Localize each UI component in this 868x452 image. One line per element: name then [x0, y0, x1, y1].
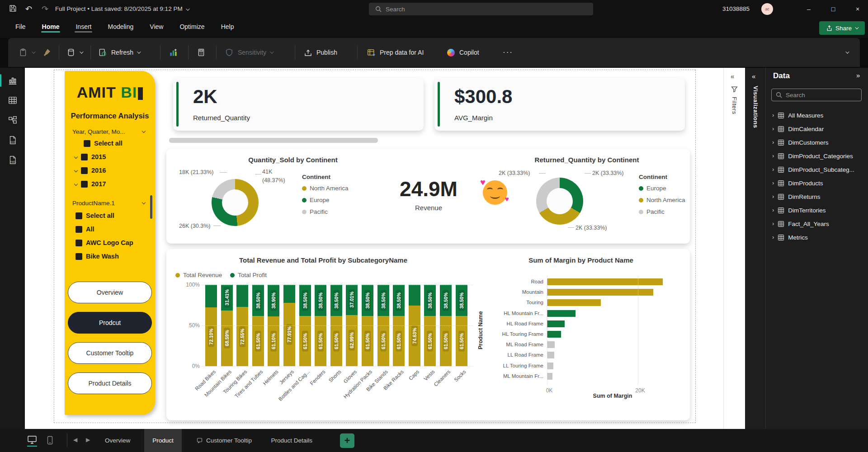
- profit-segment[interactable]: [283, 285, 295, 303]
- expand-caret-icon[interactable]: [74, 169, 78, 172]
- page-tab-product-details[interactable]: Product Details: [263, 429, 321, 452]
- product-slicer-item[interactable]: Bike Wash: [75, 253, 119, 260]
- revenue-segment[interactable]: 61.50%: [330, 316, 342, 366]
- hbar-ll-road-frame[interactable]: [547, 352, 554, 358]
- menu-item-view[interactable]: View: [149, 18, 164, 35]
- legend-item[interactable]: Pacific: [302, 208, 349, 215]
- revenue-segment[interactable]: 61.10%: [268, 316, 279, 366]
- profit-segment[interactable]: 38.50%: [330, 285, 342, 316]
- share-button[interactable]: Share: [819, 21, 865, 35]
- data-table-dimcalendar[interactable]: ›DimCalendar: [772, 126, 824, 132]
- expand-chevron-icon[interactable]: ›: [772, 207, 774, 213]
- expand-chevron-icon[interactable]: ›: [772, 234, 774, 240]
- data-table-dimproduct-subcateg-[interactable]: ›DimProduct_Subcateg...: [772, 166, 854, 173]
- avatar[interactable]: ac: [761, 3, 773, 15]
- report-view-button[interactable]: [0, 71, 25, 89]
- nav-button-prodcut[interactable]: Prodcut: [68, 312, 152, 334]
- visualizations-pane-label[interactable]: Visualizations: [752, 86, 759, 128]
- filters-pane-label[interactable]: Filters: [731, 97, 738, 114]
- revenue-segment[interactable]: 61.50%: [424, 316, 436, 366]
- undo-icon[interactable]: ↶: [25, 5, 32, 14]
- revenue-segment[interactable]: 61.50%: [315, 316, 326, 366]
- product-slicer-scrollbar[interactable]: [150, 195, 152, 219]
- expand-filters-icon[interactable]: «: [731, 72, 734, 80]
- quick-measure-button[interactable]: [196, 38, 206, 67]
- legend-item[interactable]: Europe: [302, 197, 349, 203]
- checkbox-checked[interactable]: [75, 212, 82, 219]
- minimize-button[interactable]: –: [798, 0, 819, 18]
- legend-item[interactable]: Total Revenue: [175, 272, 222, 278]
- continent-donuts-card[interactable]: Quantity_Sold by Continent 18K (21.33%) …: [166, 149, 690, 244]
- profit-segment[interactable]: 38.50%: [393, 285, 405, 316]
- collapse-data-pane-icon[interactable]: »: [856, 71, 860, 79]
- hbar-touring[interactable]: [547, 299, 601, 306]
- page-tab-overview[interactable]: Overview: [97, 429, 138, 452]
- year-slicer-item[interactable]: 2017: [75, 180, 106, 188]
- legend-item[interactable]: North America: [302, 185, 349, 192]
- revenue-segment[interactable]: 61.50%: [362, 316, 373, 366]
- redo-icon[interactable]: ↷: [42, 5, 48, 14]
- checkbox-checked[interactable]: [81, 154, 88, 160]
- more-commands-button[interactable]: ···: [503, 38, 513, 67]
- model-view-button[interactable]: [0, 111, 25, 129]
- menu-item-file[interactable]: File: [14, 18, 27, 35]
- expand-chevron-icon[interactable]: ›: [772, 220, 774, 227]
- horizontal-scrollbar[interactable]: [169, 138, 378, 143]
- year-slicer-caret[interactable]: [142, 129, 146, 133]
- checkbox-checked[interactable]: [75, 226, 82, 233]
- menu-item-help[interactable]: Help: [220, 18, 235, 35]
- nav-button-overview[interactable]: Overview: [68, 282, 152, 303]
- profit-segment[interactable]: 38.50%: [424, 285, 436, 316]
- expand-visualizations-icon[interactable]: «: [752, 72, 755, 80]
- expand-chevron-icon[interactable]: ›: [772, 179, 774, 186]
- revenue-segment[interactable]: 61.50%: [252, 316, 264, 366]
- refresh-button[interactable]: Refresh: [98, 38, 140, 67]
- save-icon[interactable]: [9, 5, 17, 12]
- revenue-segment[interactable]: 68.59%: [221, 311, 233, 366]
- product-slicer-item[interactable]: All: [75, 226, 94, 233]
- data-table-dimreturns[interactable]: ›DimReturns: [772, 193, 821, 200]
- kpi-card-avg-margin[interactable]: $300.8 AVG_Margin: [434, 78, 685, 131]
- menu-item-home[interactable]: Home: [41, 18, 61, 35]
- hbar-hl-touring-frame[interactable]: [547, 331, 561, 338]
- publish-button[interactable]: Publish: [303, 38, 337, 67]
- profit-segment[interactable]: [409, 285, 420, 306]
- profit-segment[interactable]: 38.50%: [252, 285, 264, 316]
- revenue-segment[interactable]: 61.50%: [299, 316, 311, 366]
- revenue-segment[interactable]: 72.10%: [205, 307, 217, 366]
- checkbox-checked[interactable]: [75, 240, 82, 246]
- year-slicer-item[interactable]: Select all: [84, 140, 123, 147]
- legend-item[interactable]: Total Profit: [230, 272, 267, 278]
- revenue-segment[interactable]: 62.99%: [346, 315, 358, 366]
- menu-item-insert[interactable]: Insert: [75, 18, 92, 35]
- expand-chevron-icon[interactable]: ›: [772, 152, 774, 159]
- expand-chevron-icon[interactable]: ›: [772, 166, 774, 173]
- checkbox-checked[interactable]: [84, 140, 90, 147]
- visualizations-pane-collapsed[interactable]: « Visualizations: [745, 68, 766, 429]
- profit-segment[interactable]: 38.50%: [315, 285, 326, 316]
- revenue-segment[interactable]: 61.50%: [393, 316, 405, 366]
- data-table-dimproducts[interactable]: ›DimProducts: [772, 180, 823, 187]
- nav-button-product-details[interactable]: Product Details: [68, 372, 152, 394]
- profit-segment[interactable]: 38.50%: [377, 285, 389, 316]
- year-slicer-header[interactable]: Year, Quarter, Mo...: [72, 128, 125, 135]
- kpi-card-returned-quantity[interactable]: 2K Returned_Quantity: [173, 78, 424, 131]
- legend-item[interactable]: Europe: [639, 185, 685, 192]
- profit-segment[interactable]: 38.50%: [440, 285, 452, 316]
- data-table-dimcustomers[interactable]: ›DimCustomers: [772, 139, 829, 146]
- revenue-segment[interactable]: 61.50%: [377, 316, 389, 366]
- paste-button[interactable]: [18, 38, 34, 67]
- global-search-input[interactable]: Search: [369, 3, 593, 15]
- bottom-charts-card[interactable]: Total Revenue and Total Profit by Subcat…: [166, 249, 690, 420]
- menu-item-optimize[interactable]: Optimize: [179, 18, 205, 35]
- hbar-ml-mountain-fr-[interactable]: [547, 373, 552, 380]
- mobile-layout-button[interactable]: [47, 436, 53, 445]
- profit-segment[interactable]: [205, 285, 217, 307]
- table-view-button[interactable]: [0, 91, 25, 109]
- data-table-all-measures[interactable]: ›All Measures: [772, 112, 823, 119]
- hbar-hl-road-frame[interactable]: [547, 320, 565, 327]
- year-slicer-item[interactable]: 2015: [75, 153, 106, 160]
- data-table-dimproduct-categories[interactable]: ›DimProduct_Categories: [772, 153, 853, 160]
- checkbox-checked[interactable]: [81, 167, 88, 174]
- legend-item[interactable]: North America: [639, 197, 685, 203]
